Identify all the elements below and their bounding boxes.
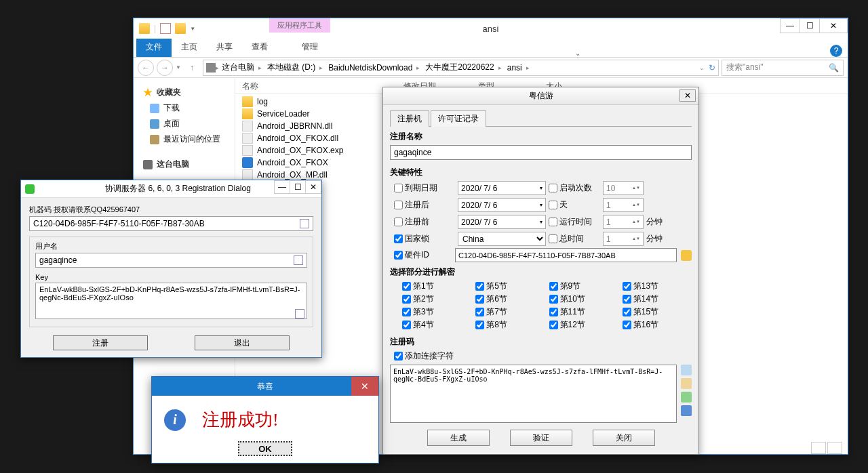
tab-view[interactable]: 查看 — [242, 37, 277, 57]
sidebar-downloads[interactable]: 下载 — [138, 100, 231, 116]
ok-button[interactable]: OK — [238, 441, 292, 456]
paste-icon[interactable] — [681, 378, 692, 389]
totaltime-input[interactable]: 1▲▼ — [603, 232, 644, 246]
key-textarea[interactable]: EnLaV-wkB8u-SxlGS-2F+bD-KnPHq-r8AeS-wzs5… — [35, 283, 307, 319]
breadcrumb-seg[interactable]: BaiduNetdiskDownload — [326, 63, 422, 73]
minimize-button[interactable]: — — [780, 18, 800, 33]
check-hwid[interactable]: 硬件ID — [394, 249, 451, 261]
section-check[interactable]: 第4节 — [402, 319, 471, 331]
breadcrumb-seg[interactable]: ansi — [505, 63, 532, 73]
maximize-button[interactable]: ☐ — [800, 18, 820, 33]
details-view-button[interactable] — [811, 442, 826, 454]
section-check[interactable]: 第5节 — [475, 281, 545, 292]
verify-button[interactable]: 验证 — [510, 430, 572, 446]
user-field[interactable]: gagaqince — [35, 253, 307, 268]
col-name[interactable]: 名称 — [235, 78, 397, 94]
copy-icon[interactable] — [295, 309, 304, 318]
tab-share[interactable]: 共享 — [207, 37, 242, 57]
add-icon[interactable] — [681, 392, 692, 403]
reg-titlebar[interactable]: 协调服务器 6, 6, 0, 3 Registration Dialog — ☐… — [21, 180, 321, 198]
section-check[interactable]: 第9节 — [549, 281, 618, 292]
address-bar[interactable]: ▸ 这台电脑 本地磁盘 (D:) BaiduNetdiskDownload 大牛… — [203, 60, 719, 76]
section-check[interactable]: 第3节 — [402, 306, 471, 318]
maximize-button[interactable]: ☐ — [290, 180, 306, 194]
sidebar-favorites[interactable]: 收藏夹 — [138, 85, 231, 100]
up-button[interactable]: ↑ — [184, 60, 200, 76]
section-check[interactable]: 第11节 — [549, 306, 618, 318]
tab-file[interactable]: 文件 — [136, 37, 172, 57]
section-check[interactable]: 第1节 — [402, 281, 471, 292]
close-button[interactable]: 关闭 — [593, 430, 655, 446]
close-button[interactable]: ✕ — [819, 18, 848, 33]
tab-records[interactable]: 许可证记录 — [431, 110, 486, 127]
check-after[interactable]: 注册后 — [394, 199, 455, 211]
copy-icon[interactable] — [681, 365, 692, 375]
regname-input[interactable] — [390, 145, 692, 160]
sidebar-pc[interactable]: 这台电脑 — [138, 157, 231, 172]
refresh-icon[interactable]: ↻ — [709, 63, 715, 73]
section-check[interactable]: 第2节 — [402, 293, 471, 305]
hwid-input[interactable] — [455, 248, 677, 262]
section-check[interactable]: 第13节 — [623, 281, 692, 292]
check-totaltime[interactable]: 总时间 — [549, 233, 600, 245]
addr-dropdown-icon[interactable]: ⌄ — [699, 64, 705, 71]
copy-icon[interactable] — [294, 255, 303, 265]
explorer-titlebar[interactable]: | ▼ 应用程序工具 ansi — ☐ ✕ — [134, 18, 848, 39]
check-runtime[interactable]: 运行时间 — [549, 216, 600, 228]
check-before[interactable]: 注册前 — [394, 216, 455, 228]
search-input[interactable]: 搜索"ansi" 🔍 — [722, 60, 844, 76]
tab-home[interactable]: 主页 — [172, 37, 207, 57]
save-icon[interactable] — [681, 405, 692, 416]
register-button[interactable]: 注册 — [53, 335, 148, 350]
msgbox-titlebar[interactable]: 恭喜 ✕ — [152, 377, 378, 396]
expdate-input[interactable]: 2020/ 7/ 6▾ — [458, 181, 546, 195]
forward-button[interactable]: → — [157, 60, 173, 76]
check-expdate[interactable]: 到期日期 — [394, 182, 455, 194]
section-check[interactable]: 第8节 — [475, 319, 545, 331]
help-icon[interactable]: ? — [830, 45, 842, 57]
afterdate-input[interactable]: 2020/ 7/ 6▾ — [458, 198, 546, 212]
section-check[interactable]: 第16节 — [623, 319, 692, 331]
machine-code-field[interactable]: C120-04D6-985F-F4F7-5110-F05F-7B87-30AB — [29, 216, 313, 231]
open-icon[interactable] — [175, 23, 186, 34]
back-button[interactable]: ← — [138, 60, 154, 76]
startcount-input[interactable]: 10▲▼ — [603, 181, 644, 195]
sidebar-desktop[interactable]: 桌面 — [138, 116, 231, 131]
breadcrumb-seg[interactable]: 本地磁盘 (D:) — [264, 62, 326, 73]
ribbon-collapse-icon[interactable]: ⌄ — [575, 49, 580, 57]
tab-register[interactable]: 注册机 — [390, 110, 429, 127]
check-country[interactable]: 国家锁 — [394, 233, 455, 245]
license-titlebar[interactable]: 粤信游 ✕ — [383, 87, 698, 105]
minimize-button[interactable]: — — [274, 180, 290, 194]
close-button[interactable]: ✕ — [351, 377, 378, 396]
beforedate-input[interactable]: 2020/ 7/ 6▾ — [458, 215, 546, 229]
context-tab[interactable]: 应用程序工具 — [269, 18, 330, 33]
breadcrumb-seg[interactable]: 这台电脑 — [219, 62, 264, 73]
close-button[interactable]: ✕ — [305, 180, 321, 194]
search-icon[interactable]: 🔍 — [829, 63, 839, 73]
qat-dropdown-icon[interactable]: ▼ — [190, 26, 195, 32]
country-select[interactable]: China — [458, 232, 546, 246]
close-button[interactable]: ✕ — [679, 89, 696, 102]
generate-button[interactable]: 生成 — [427, 430, 490, 446]
section-check[interactable]: 第6节 — [475, 293, 545, 305]
check-concat[interactable]: 添加连接字符 — [394, 350, 692, 362]
check-days[interactable]: 天 — [549, 199, 600, 211]
section-check[interactable]: 第12节 — [549, 319, 618, 331]
section-check[interactable]: 第7节 — [475, 306, 545, 318]
tab-manage[interactable]: 管理 — [292, 37, 328, 57]
properties-icon[interactable] — [160, 23, 171, 34]
code-textarea[interactable]: EnLaV-wkB8u-SxlGS-2F+bD-KnPHq-r8AeS-wzs5… — [390, 365, 677, 423]
icons-view-button[interactable] — [827, 442, 842, 454]
lock-icon[interactable] — [681, 250, 692, 261]
section-check[interactable]: 第14节 — [623, 293, 692, 305]
breadcrumb-seg[interactable]: 大牛魔王20220622 — [422, 62, 504, 73]
runtime-input[interactable]: 1▲▼ — [603, 215, 644, 229]
copy-icon[interactable] — [300, 219, 309, 228]
section-check[interactable]: 第10节 — [549, 293, 618, 305]
section-check[interactable]: 第15节 — [623, 306, 692, 318]
sidebar-recent[interactable]: 最近访问的位置 — [138, 131, 231, 147]
history-dropdown-icon[interactable]: ▼ — [176, 64, 181, 70]
days-input[interactable]: 1▲▼ — [603, 198, 644, 212]
check-startcount[interactable]: 启动次数 — [549, 182, 600, 194]
